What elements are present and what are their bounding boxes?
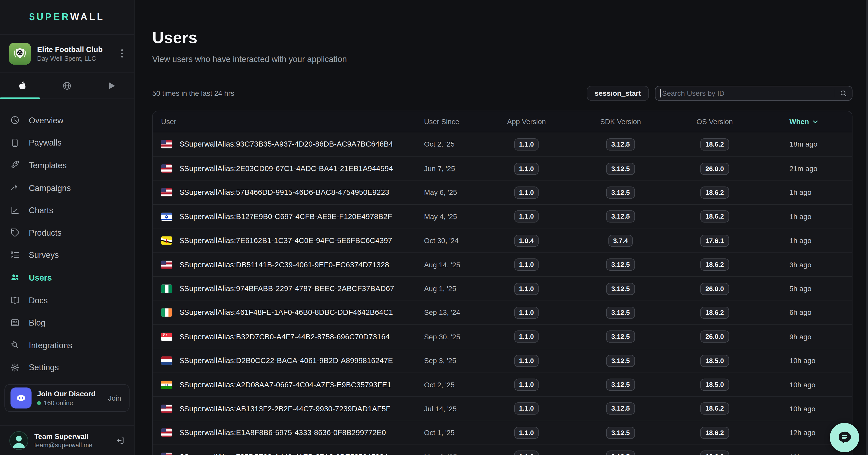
sidebar-item-users[interactable]: Users [0, 266, 134, 289]
table-row[interactable]: $SuperwallAlias:2E03CD09-67C1-4ADC-BA41-… [153, 156, 852, 180]
app-version-badge: 1.1.0 [514, 162, 539, 175]
sdk-version-cell: 3.12.5 [571, 210, 670, 223]
table-row[interactable]: $SuperwallAlias:B127E9B0-C697-4CFB-AE9E-… [153, 204, 852, 228]
app-version-badge: 1.1.0 [514, 427, 539, 439]
sdk-version-cell: 3.12.5 [571, 451, 670, 455]
user-cell: $SuperwallAlias:DB51141B-2C39-4061-9EF0-… [153, 260, 416, 269]
os-version-badge: 18.6.2 [701, 138, 729, 151]
sidebar-item-products[interactable]: Products [0, 221, 134, 244]
users-icon [9, 273, 21, 283]
column-header-sdk-version[interactable]: SDK Version [571, 118, 670, 126]
sdk-version-cell: 3.12.5 [571, 379, 670, 391]
sidebar-item-label: Users [29, 273, 52, 282]
app-version-badge: 1.1.0 [514, 186, 539, 199]
scrollbar[interactable] [866, 0, 868, 455]
os-version-cell: 26.0.0 [670, 162, 759, 175]
table-row[interactable]: $SuperwallAlias:AB1313F2-2B2F-44C7-9930-… [153, 396, 852, 421]
workspace-switcher[interactable]: Elite Football Club Day Well Spent, LLC [0, 35, 134, 72]
os-version-cell: 17.6.1 [670, 235, 759, 247]
user-since: May 4, '25 [416, 213, 482, 221]
app-version-badge: 1.1.0 [514, 403, 539, 415]
sign-out-icon[interactable] [115, 435, 125, 446]
search-input[interactable] [661, 89, 835, 98]
table-row[interactable]: $SuperwallAlias:57B466DD-9915-46D6-BAC8-… [153, 180, 852, 204]
account-footer[interactable]: Team Superwall team@superwall.me [0, 425, 134, 455]
sidebar-item-blog[interactable]: Blog [0, 311, 134, 334]
table-row[interactable]: $SuperwallAlias:A2D08AA7-0667-4C04-A7F3-… [153, 372, 852, 396]
sidebar-nav: OverviewPaywallsTemplatesCampaignsCharts… [0, 99, 134, 379]
search-icon[interactable] [839, 89, 847, 98]
user-since: Aug 14, '25 [416, 260, 482, 269]
search-box[interactable] [655, 86, 852, 101]
user-cell: $SuperwallAlias:57B466DD-9915-46D6-BAC8-… [153, 189, 416, 197]
flag-us-icon [161, 189, 172, 197]
discord-join-button[interactable]: Join [108, 394, 121, 402]
event-filter-button[interactable]: session_start [587, 86, 649, 101]
app-version-cell: 1.1.0 [482, 427, 571, 439]
column-header-user-since[interactable]: User Since [416, 118, 482, 126]
user-cell: $SuperwallAlias:7E6162B1-1C37-4C0E-94FC-… [153, 236, 416, 245]
brand-logo[interactable]: $UPERWALL [0, 0, 134, 35]
user-id: $SuperwallAlias:B32D7CB0-A4F7-44B2-8758-… [180, 332, 390, 341]
table-row[interactable]: $SuperwallAlias:735D5E98-A449-41EB-87A8-… [153, 445, 852, 455]
sidebar-item-label: Blog [29, 318, 45, 327]
user-since: May 8, '25 [416, 453, 482, 455]
flag-ie-icon [161, 308, 172, 317]
rocket-icon [9, 160, 21, 170]
sidebar-item-docs[interactable]: Docs [0, 289, 134, 311]
table-row[interactable]: $SuperwallAlias:E1A8F8B6-5975-4333-8636-… [153, 421, 852, 445]
support-chat-button[interactable] [830, 423, 859, 452]
flag-us-icon [161, 140, 172, 149]
sidebar-item-charts[interactable]: Charts [0, 199, 134, 221]
column-header-app-version[interactable]: App Version [482, 118, 571, 126]
table-row[interactable]: $SuperwallAlias:D2B0CC22-BACA-4061-9B2D-… [153, 349, 852, 372]
column-header-os-version[interactable]: OS Version [670, 118, 759, 126]
table-row[interactable]: $SuperwallAlias:461F48FE-1AF0-46B0-8DBC-… [153, 300, 852, 325]
campaign-icon [9, 183, 21, 193]
discord-online-count: 160 online [44, 399, 73, 406]
sidebar-item-overview[interactable]: Overview [0, 109, 134, 131]
discord-card[interactable]: Join Our Discord 160 online Join [4, 384, 129, 412]
tab-ios[interactable] [0, 72, 45, 99]
column-header-when[interactable]: When [759, 118, 852, 126]
os-version-cell: 18.5.0 [670, 379, 759, 391]
sdk-version-badge: 3.12.5 [606, 162, 634, 175]
user-since: May 6, '25 [416, 189, 482, 197]
app-window: $UPERWALL Elite Foo [0, 0, 868, 455]
sdk-version-badge: 3.12.5 [606, 451, 634, 455]
app-version-cell: 1.1.0 [482, 186, 571, 199]
flag-sg-icon [161, 332, 172, 341]
sidebar-item-templates[interactable]: Templates [0, 154, 134, 176]
table-row[interactable]: $SuperwallAlias:974BFABB-2297-4787-BEEC-… [153, 276, 852, 300]
table-row[interactable]: $SuperwallAlias:DB51141B-2C39-4061-9EF0-… [153, 252, 852, 276]
tab-android[interactable] [89, 72, 134, 99]
sdk-version-cell: 3.12.5 [571, 162, 670, 175]
user-cell: $SuperwallAlias:AB1313F2-2B2F-44C7-9930-… [153, 405, 416, 413]
sidebar-item-campaigns[interactable]: Campaigns [0, 176, 134, 199]
user-id: $SuperwallAlias:DB51141B-2C39-4061-9EF0-… [180, 260, 389, 269]
sdk-version-badge: 3.7.4 [608, 235, 633, 247]
workspace-menu-icon[interactable] [118, 49, 126, 58]
user-since: Oct 2, '25 [416, 140, 482, 149]
table-row[interactable]: $SuperwallAlias:7E6162B1-1C37-4C0E-94FC-… [153, 228, 852, 252]
sidebar-item-surveys[interactable]: Surveys [0, 244, 134, 266]
sdk-version-badge: 3.12.5 [606, 331, 634, 343]
when-value: 6h ago [759, 308, 852, 317]
flag-il-icon [161, 213, 172, 221]
app-version-cell: 1.1.0 [482, 138, 571, 151]
os-version-badge: 18.6.2 [701, 307, 729, 319]
sdk-version-badge: 3.12.5 [606, 186, 634, 199]
when-value: 5h ago [759, 285, 852, 293]
column-header-user[interactable]: User [153, 118, 416, 126]
os-version-cell: 18.6.2 [670, 186, 759, 199]
tab-web[interactable] [45, 72, 89, 99]
sidebar-item-settings[interactable]: Settings [0, 356, 134, 379]
sidebar-item-paywalls[interactable]: Paywalls [0, 131, 134, 154]
table-row[interactable]: $SuperwallAlias:93C73B35-A937-4D20-86DB-… [153, 132, 852, 156]
table-row[interactable]: $SuperwallAlias:B32D7CB0-A4F7-44B2-8758-… [153, 325, 852, 349]
sidebar-item-integrations[interactable]: Integrations [0, 334, 134, 356]
user-since: Sep 3, '25 [416, 356, 482, 365]
gear-icon [9, 362, 21, 372]
user-id: $SuperwallAlias:93C73B35-A937-4D20-86DB-… [180, 140, 393, 149]
app-version-cell: 1.1.0 [482, 403, 571, 415]
